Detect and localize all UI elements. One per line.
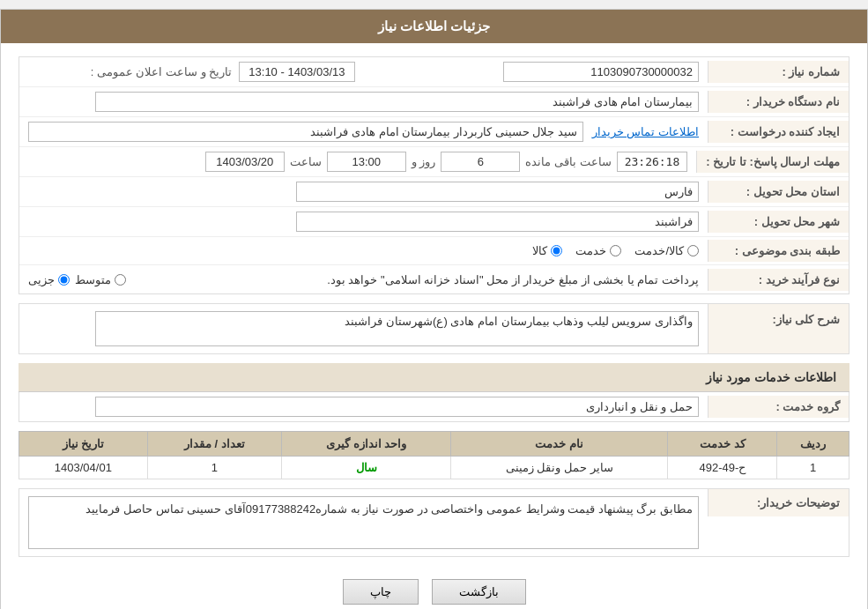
purchase-type-value: پرداخت تمام یا بخشی از مبلغ خریدار از مح… — [19, 269, 708, 291]
province-value: فارس — [19, 177, 708, 206]
col-service-name: نام خدمت — [451, 432, 668, 457]
countdown-display: 23:26:18 — [617, 152, 688, 172]
requester-contact-link[interactable]: اطلاعات تماس خریدار — [592, 125, 699, 138]
page-title: جزئیات اطلاعات نیاز — [378, 19, 490, 33]
purchase-note: پرداخت تمام یا بخشی از مبلغ خریدار از مح… — [131, 273, 699, 286]
category-radio-kala-khedmat: کالا/خدمت — [634, 244, 699, 257]
radio-khedmat[interactable] — [610, 245, 621, 256]
col-row-num: ردیف — [777, 432, 849, 457]
back-button[interactable]: بازگشت — [432, 579, 526, 605]
countdown-label: ساعت باقی مانده — [525, 155, 611, 168]
radio-kala[interactable] — [551, 245, 562, 256]
announcement-date-label: تاریخ و ساعت اعلان عمومی : — [91, 65, 233, 78]
page-header: جزئیات اطلاعات نیاز — [1, 10, 867, 43]
purchase-type-label: نوع فرآیند خرید : — [708, 269, 849, 291]
city-input: فراشبند — [296, 212, 699, 232]
cell-quantity: 1 — [147, 457, 281, 479]
announcement-date-value: 1403/03/13 - 13:10 — [239, 62, 354, 82]
table-row: 1 ح-49-492 سایر حمل ونقل زمینی سال 1 140… — [19, 457, 849, 479]
cell-row-num: 1 — [777, 457, 849, 479]
service-group-label: گروه خدمت : — [708, 396, 849, 418]
response-deadline-value-cell: 23:26:18 ساعت باقی مانده 6 روز و 13:00 س… — [19, 147, 696, 176]
service-group-value: حمل و نقل و انبارداری — [19, 392, 708, 421]
cell-service-code: ح-49-492 — [668, 457, 777, 479]
buyer-notes-row: توضیحات خریدار: مطابق برگ پیشنهاد قیمت و… — [19, 489, 849, 556]
purchase-type-row: نوع فرآیند خرید : پرداخت تمام یا بخشی از… — [19, 265, 849, 293]
services-section-title: اطلاعات خدمات مورد نیاز — [19, 363, 849, 392]
need-number-input: 1103090730000032 — [503, 62, 699, 82]
category-radio-khedmat: خدمت — [575, 244, 621, 257]
city-label: شهر محل تحویل : — [708, 211, 849, 233]
requester-name-input: سید جلال حسینی کاربردار بیمارستان امام ه… — [28, 122, 583, 142]
time-value: 13:00 — [327, 152, 406, 172]
buyer-name-value: بیمارستان امام هادی فراشبند — [19, 87, 708, 116]
need-description-text: واگذاری سرویس لیلب وذهاب بیمارستان امام … — [95, 311, 699, 346]
requester-value-cell: اطلاعات تماس خریدار سید جلال حسینی کاربر… — [19, 117, 708, 146]
province-label: استان محل تحویل : — [708, 181, 849, 203]
city-row: شهر محل تحویل : فراشبند — [19, 207, 849, 237]
need-description-value: واگذاری سرویس لیلب وذهاب بیمارستان امام … — [19, 304, 708, 353]
response-date-value: 1403/03/20 — [205, 152, 285, 172]
time-label: ساعت — [290, 155, 322, 168]
cell-unit: سال — [282, 457, 451, 479]
province-input: فارس — [296, 182, 699, 202]
purchase-radio-motavasset: متوسط — [75, 273, 126, 286]
cell-need-date: 1403/04/01 — [19, 457, 148, 479]
category-radio-kala: کالا — [532, 244, 562, 257]
col-service-code: کد خدمت — [668, 432, 777, 457]
col-unit: واحد اندازه گیری — [282, 432, 451, 457]
need-description-section: شرح کلی نیاز: واگذاری سرویس لیلب وذهاب ب… — [19, 303, 849, 354]
need-description-label: شرح کلی نیاز: — [708, 304, 849, 353]
category-row: طبقه بندی موضوعی : کالا/خدمت خدمت — [19, 237, 849, 265]
radio-kala-khedmat[interactable] — [687, 245, 699, 256]
city-value: فراشبند — [19, 207, 708, 236]
announcement-date-value-cell: 1403/03/13 - 13:10 تاریخ و ساعت اعلان عم… — [19, 57, 364, 86]
action-buttons: بازگشت چاپ — [19, 566, 849, 609]
col-quantity: تعداد / مقدار — [147, 432, 281, 457]
buyer-name-input: بیمارستان امام هادی فراشبند — [95, 92, 699, 112]
category-value: کالا/خدمت خدمت کالا — [19, 240, 708, 262]
print-button[interactable]: چاپ — [343, 579, 419, 605]
buyer-notes-section: توضیحات خریدار: مطابق برگ پیشنهاد قیمت و… — [19, 488, 849, 557]
col-need-date: تاریخ نیاز — [19, 432, 148, 457]
buyer-name-row: نام دستگاه خریدار : بیمارستان امام هادی … — [19, 87, 849, 117]
need-number-label: شماره نیاز : — [708, 61, 849, 83]
services-table: ردیف کد خدمت نام خدمت واحد اندازه گیری ت… — [19, 431, 849, 479]
category-label: طبقه بندی موضوعی : — [708, 240, 849, 262]
requester-row: ایجاد کننده درخواست : اطلاعات تماس خریدا… — [19, 117, 849, 147]
service-group-row: گروه خدمت : حمل و نقل و انبارداری — [19, 392, 849, 422]
requester-label: ایجاد کننده درخواست : — [708, 121, 849, 143]
days-value: 6 — [441, 152, 520, 172]
services-table-section: ردیف کد خدمت نام خدمت واحد اندازه گیری ت… — [19, 431, 849, 479]
buyer-notes-content: مطابق برگ پیشنهاد قیمت وشرایط عمومی واخت… — [19, 489, 708, 556]
main-info-section: شماره نیاز : 1103090730000032 1403/03/13… — [19, 56, 849, 294]
buyer-notes-label: توضیحات خریدار: — [708, 489, 849, 516]
purchase-radio-jozi: جزیی — [28, 273, 70, 286]
buyer-name-label: نام دستگاه خریدار : — [708, 91, 849, 113]
service-group-input: حمل و نقل و انبارداری — [95, 397, 699, 417]
services-section: اطلاعات خدمات مورد نیاز گروه خدمت : حمل … — [19, 363, 849, 479]
days-label: روز و — [412, 155, 436, 168]
buyer-notes-text: مطابق برگ پیشنهاد قیمت وشرایط عمومی واخت… — [28, 496, 699, 549]
radio-jozi[interactable] — [58, 274, 70, 286]
need-number-row: شماره نیاز : 1103090730000032 1403/03/13… — [19, 57, 849, 87]
need-number-value: 1103090730000032 — [364, 57, 708, 86]
response-deadline-label: مهلت ارسال پاسخ: تا تاریخ : — [696, 151, 849, 173]
response-deadline-row: مهلت ارسال پاسخ: تا تاریخ : 23:26:18 ساع… — [19, 147, 849, 177]
radio-motavasset[interactable] — [115, 274, 126, 286]
province-row: استان محل تحویل : فارس — [19, 177, 849, 207]
cell-service-name: سایر حمل ونقل زمینی — [451, 457, 668, 479]
